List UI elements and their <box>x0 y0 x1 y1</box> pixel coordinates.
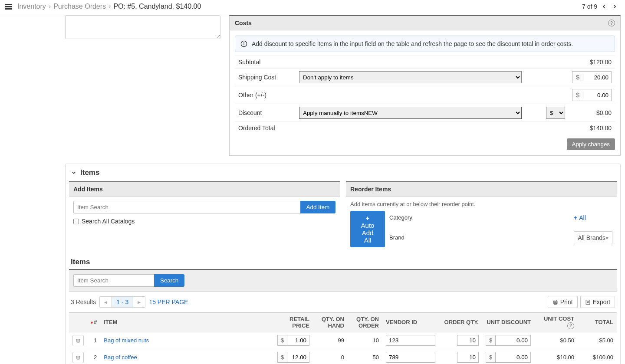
currency-symbol: $ <box>486 335 496 345</box>
chevron-right-icon[interactable] <box>611 3 618 10</box>
th-unitdisc[interactable]: UNIT DISCOUNT <box>482 313 534 332</box>
crumb-current: PO: #5, Candyland, $140.00 <box>113 3 201 10</box>
notes-textarea[interactable] <box>65 15 220 39</box>
info-banner: Add discount to specific items in the in… <box>235 36 615 52</box>
add-items-header: Add Items <box>69 182 340 197</box>
vendor-id-input[interactable] <box>386 335 435 346</box>
th-orderqty[interactable]: ORDER QTY. <box>439 313 482 332</box>
shipping-apply-select[interactable]: Don't apply to items <box>299 71 522 83</box>
chevron-left-icon[interactable] <box>601 3 608 10</box>
qty-on-hand: 0 <box>313 349 348 364</box>
crumb-inventory[interactable]: Inventory <box>17 3 46 10</box>
info-icon <box>240 40 247 47</box>
vendor-id-input[interactable] <box>386 352 435 363</box>
category-label: Category <box>389 214 569 221</box>
order-qty-input[interactable] <box>457 352 479 363</box>
info-text: Add discount to specific items in the in… <box>252 40 573 47</box>
qty-on-order: 10 <box>348 332 382 349</box>
retail-price-input[interactable] <box>287 352 309 362</box>
reorder-hint: Add items currently at or below their re… <box>350 201 612 207</box>
th-retail[interactable]: RETAIL PRICE <box>274 313 313 332</box>
sort-indicator-icon[interactable]: ▾ <box>91 320 93 325</box>
help-icon[interactable]: ? <box>608 20 615 26</box>
currency-symbol: $ <box>572 74 583 81</box>
row-num: 1 <box>87 332 100 349</box>
caret-down-icon: ▾ <box>605 234 609 241</box>
row-num: 2 <box>87 349 100 364</box>
table-row: 2Bag of coffee$050$$10.00$100.00 <box>69 349 617 364</box>
reorder-items-header: Reorder Items <box>346 182 617 197</box>
items-table: ▾# ITEM RETAIL PRICE QTY. ON HAND QTY. O… <box>69 312 617 364</box>
retail-price-input[interactable] <box>287 335 309 345</box>
menu-icon[interactable] <box>5 4 12 10</box>
brand-select[interactable]: All Brands ▾ <box>574 231 612 244</box>
unit-cost: $0.50 <box>534 332 578 349</box>
items-section-title: Items <box>80 168 99 177</box>
th-unitcost[interactable]: UNIT COST? <box>534 313 578 332</box>
unit-discount-input[interactable] <box>496 352 530 362</box>
brand-value: All Brands <box>578 234 605 241</box>
other-input-wrap: $ <box>572 89 612 101</box>
svg-point-2 <box>244 42 244 43</box>
items-search-input[interactable] <box>73 274 154 287</box>
th-item[interactable]: ITEM <box>100 313 274 332</box>
pager-prev[interactable]: ◂ <box>100 297 112 307</box>
pager-next[interactable]: ▸ <box>133 297 145 307</box>
shipping-value-input[interactable] <box>583 72 611 83</box>
shipping-input-wrap: $ <box>572 71 612 83</box>
auto-add-all-button[interactable]: + Auto Add All <box>350 211 385 247</box>
chevron-right-icon: › <box>109 3 111 10</box>
add-item-button[interactable]: Add Item <box>300 201 336 213</box>
other-value-input[interactable] <box>583 89 611 101</box>
items-pager: ◂ 1 - 3 ▸ <box>99 296 145 308</box>
pager-text: 7 of 9 <box>582 3 597 10</box>
discount-apply-select[interactable]: Apply manually to itemsNEW <box>299 107 522 119</box>
delete-row-button[interactable] <box>72 352 84 363</box>
chevron-down-icon <box>71 170 77 176</box>
currency-symbol: $ <box>278 352 287 362</box>
unit-discount-input[interactable] <box>496 335 530 345</box>
items-section-toggle[interactable]: Items <box>66 164 620 181</box>
th-total[interactable]: TOTAL <box>578 313 617 332</box>
qty-on-order: 50 <box>348 349 382 364</box>
pager-range[interactable]: 1 - 3 <box>112 297 133 307</box>
costs-title: Costs <box>235 20 252 26</box>
order-qty-input[interactable] <box>457 335 479 346</box>
chevron-right-icon: › <box>49 3 51 10</box>
discount-label: Discount <box>235 104 296 122</box>
currency-symbol: $ <box>486 352 496 362</box>
discount-unit-select[interactable]: $ <box>546 107 565 119</box>
row-total: $5.00 <box>578 332 617 349</box>
trash-icon <box>76 355 81 360</box>
qty-on-hand: 99 <box>313 332 348 349</box>
export-button[interactable]: Export <box>580 296 615 308</box>
breadcrumb: Inventory › Purchase Orders › PO: #5, Ca… <box>5 3 201 10</box>
results-count: 3 Results <box>71 298 96 305</box>
th-onorder[interactable]: QTY. ON ORDER <box>348 313 382 332</box>
discount-value: $0.00 <box>569 104 615 122</box>
apply-changes-button[interactable]: Apply changes <box>567 138 615 150</box>
subtotal-label: Subtotal <box>235 56 296 69</box>
crumb-purchase-orders[interactable]: Purchase Orders <box>53 3 106 10</box>
item-link[interactable]: Bag of mixed nuts <box>104 337 149 344</box>
search-all-catalogs-checkbox[interactable] <box>73 219 79 224</box>
subtotal-value: $120.00 <box>569 56 615 69</box>
row-total: $100.00 <box>578 349 617 364</box>
ordered-total-value: $140.00 <box>569 122 615 134</box>
help-icon[interactable]: ? <box>567 322 574 329</box>
th-onhand[interactable]: QTY. ON HAND <box>313 313 348 332</box>
costs-header: Costs ? <box>229 15 621 30</box>
category-all-link[interactable]: + All <box>574 214 586 221</box>
brand-label: Brand <box>389 234 569 241</box>
th-vendor[interactable]: VENDOR ID <box>382 313 439 332</box>
currency-symbol: $ <box>572 92 583 98</box>
table-row: 1Bag of mixed nuts$9910$$0.50$5.00 <box>69 332 617 349</box>
unit-cost: $10.00 <box>534 349 578 364</box>
add-item-search-input[interactable] <box>73 201 300 213</box>
delete-row-button[interactable] <box>72 335 84 346</box>
per-page-link[interactable]: 15 PER PAGE <box>149 298 188 305</box>
print-button[interactable]: Print <box>548 296 578 308</box>
items-search-button[interactable]: Search <box>154 274 184 287</box>
currency-symbol: $ <box>278 335 287 345</box>
item-link[interactable]: Bag of coffee <box>104 354 137 361</box>
